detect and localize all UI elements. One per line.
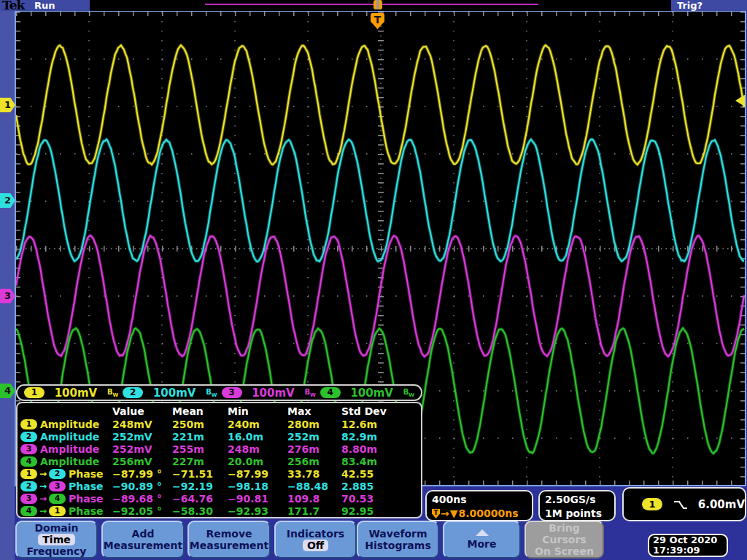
menu-button-label: More	[468, 538, 497, 550]
measurement-value: 82.9m	[341, 431, 414, 443]
measurement-value: 42.55	[341, 468, 414, 480]
record-view-area	[90, 0, 671, 11]
measurement-value: 256mV	[112, 456, 172, 467]
arrow-icon: →	[39, 506, 47, 516]
scale-group-ch4[interactable]: 4100mVBW	[318, 386, 417, 400]
measurement-label: Amplitude	[40, 443, 99, 455]
measurement-value: 92.95	[341, 505, 414, 517]
channel-2-badge: 2	[123, 387, 143, 398]
measurement-value: 2.885	[341, 481, 414, 492]
measurement-value: −87.99 °	[112, 468, 172, 480]
measurement-value: 248mV	[112, 419, 172, 430]
measurement-value: 83.4m	[341, 456, 414, 467]
measurement-table-header: ValueMeanMinMaxStd Dev	[18, 405, 421, 418]
channel-2-badge: 2	[20, 481, 37, 491]
channel-1-badge: 1	[20, 469, 37, 479]
record-length: 1M points	[545, 507, 614, 521]
column-header: Std Dev	[341, 405, 414, 417]
acquisition-status: Run	[34, 0, 55, 11]
horizontal-scale: 400ns	[432, 493, 532, 507]
menu-button-add-measurement[interactable]: AddMeasurement	[101, 521, 185, 559]
menu-button-label: On Screen	[535, 545, 594, 557]
measurement-row: 2→3Phase−90.89 °−92.19−98.18−88.482.885	[18, 480, 421, 492]
measurement-value: 8.80m	[341, 443, 414, 455]
arrow-icon: →	[39, 481, 47, 491]
delay-value: 8.00000ns	[459, 507, 519, 521]
measurement-row: 1Amplitude248mV250m240m280m12.6m	[18, 418, 421, 430]
measurement-value: −88.48	[287, 481, 341, 492]
measurement-value: 33.78	[287, 468, 341, 480]
waveform-ch1-fuzz	[16, 45, 744, 165]
measurement-label: Phase	[69, 505, 104, 517]
channel-1-badge: 1	[49, 506, 66, 516]
menu-button-label: Remove	[206, 528, 252, 540]
measurement-value: 171.7	[287, 505, 341, 517]
measurement-name: 1→2Phase	[18, 468, 112, 480]
measurement-row: 1→2Phase−87.99 °−71.51−87.9933.7842.55	[18, 467, 421, 480]
channel-3-badge: 3	[20, 494, 37, 504]
trigger-level-arrow-icon[interactable]	[735, 95, 745, 106]
acquisition-box[interactable]: 2.50GS/s 1M points	[538, 490, 616, 521]
scale-group-ch2[interactable]: 2100mVBW	[120, 386, 219, 400]
measurement-row: 3Amplitude252mV255m248m276m8.80m	[18, 443, 421, 455]
menu-button-waveform-histograms[interactable]: WaveformHistograms	[357, 521, 439, 559]
menu-button-remove-measurement[interactable]: RemoveMeasurement	[187, 521, 271, 559]
measurement-value: 70.53	[341, 493, 414, 505]
channel-2-badge: 2	[20, 432, 37, 442]
menu-button-domain[interactable]: DomainTimeFrequency	[15, 521, 98, 559]
measurement-name: 3Amplitude	[18, 443, 112, 455]
top-status-bar: Tek Run Trig?	[0, 0, 747, 11]
menu-button-label: Off	[303, 540, 328, 551]
measurement-value: −92.05 °	[112, 505, 172, 517]
menu-button-label: Domain	[34, 522, 78, 534]
channel-2-badge: 2	[49, 469, 66, 479]
column-header: Min	[228, 405, 287, 417]
measurement-value: 280m	[287, 419, 341, 430]
time-text: 17:39:09	[653, 545, 727, 556]
scale-group-ch1[interactable]: 1100mVBW	[22, 386, 120, 400]
measurement-value: 227m	[172, 456, 228, 467]
horizontal-settings-box[interactable]: 400ns T→▼8.00000ns	[425, 490, 533, 521]
measurement-name: 4Amplitude	[18, 456, 112, 467]
channel-scale-bar: 1100mVBW2100mVBW3100mVBW4100mVBW	[16, 384, 422, 401]
measurement-value: 256m	[287, 456, 341, 467]
trigger-source-badge: 1	[642, 498, 662, 510]
channel-4-badge: 4	[20, 456, 37, 467]
measurement-value: 255m	[172, 443, 228, 455]
menu-button-indicators[interactable]: IndicatorsOff	[274, 521, 357, 559]
menu-button-label: Add	[132, 528, 155, 540]
measurement-value: −87.99	[228, 468, 287, 480]
menu-button-label: Measurement	[190, 540, 268, 551]
measurement-label: Phase	[69, 481, 104, 492]
measurement-value: −71.51	[172, 468, 228, 480]
horizontal-delay: T→▼8.00000ns	[432, 507, 532, 521]
record-view-line	[205, 4, 538, 5]
measurement-value: 252mV	[112, 443, 172, 455]
channel-3-scale: 100mV	[252, 386, 295, 400]
menu-button-label: Cursors	[542, 534, 586, 545]
measurement-value: 248m	[228, 443, 287, 455]
menu-button-more[interactable]: More	[443, 521, 521, 559]
measurement-value: 276m	[287, 443, 341, 455]
channel-4-badge: 4	[320, 387, 341, 398]
trigger-settings-box[interactable]: 1 6.00mV	[622, 487, 746, 521]
channel-1-badge: 1	[24, 387, 44, 398]
measurement-name: 2→3Phase	[18, 481, 112, 492]
measurement-name: 3→4Phase	[18, 493, 112, 505]
measurement-value: −90.81	[228, 493, 287, 505]
measurement-name: 4→1Phase	[18, 505, 112, 517]
scale-group-ch3[interactable]: 3100mVBW	[220, 386, 318, 400]
channel-3-badge: 3	[222, 387, 242, 398]
column-header: Mean	[172, 405, 228, 417]
channel-4-scale: 100mV	[350, 386, 393, 400]
measurement-label: Amplitude	[40, 456, 99, 467]
measurement-value: −64.76	[172, 493, 228, 505]
measurement-row: 4Amplitude256mV227m20.0m256m83.4m	[18, 455, 421, 467]
channel-2-scale: 100mV	[153, 386, 196, 400]
column-header: Value	[112, 405, 172, 417]
measurement-label: Amplitude	[40, 431, 99, 443]
up-triangle-icon	[476, 529, 489, 536]
measurement-value: −58.30	[172, 505, 228, 517]
channel-3-badge: 3	[20, 444, 37, 454]
record-view-trigger-marker[interactable]	[374, 0, 382, 9]
